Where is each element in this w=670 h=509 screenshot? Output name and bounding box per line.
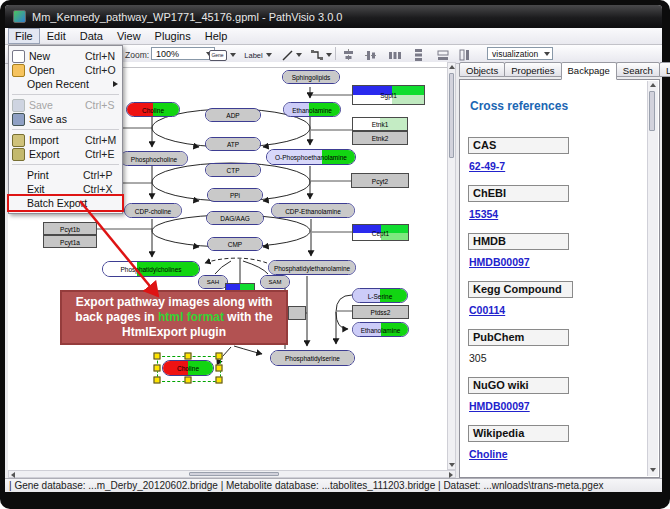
scrollbar-thumb[interactable] — [649, 91, 655, 131]
tab-objects[interactable]: Objects — [459, 62, 505, 77]
file-menu-item-export[interactable]: ExportCtrl+E — [9, 147, 122, 161]
xref-value-cas[interactable]: 62-49-7 — [469, 160, 505, 172]
file-menu-item-open-recent[interactable]: Open Recent — [9, 77, 122, 91]
xref-header-nugo-wiki: NuGO wiki — [468, 377, 569, 394]
sidebar-scrollbar[interactable] — [647, 81, 658, 476]
pathway-node-pcyt2[interactable]: Pcyt2 — [351, 173, 409, 188]
tab-search[interactable]: Search — [616, 62, 660, 77]
zoom-select[interactable]: 100% — [151, 47, 215, 60]
selection-handle[interactable] — [185, 377, 192, 384]
pathway-node-o-phosphoethanolamine[interactable]: O-Phosphoethanolamine — [266, 149, 356, 165]
pathway-node-phosphatidylserine[interactable]: Phosphatidylserine — [270, 350, 355, 366]
tab-properties[interactable]: Properties — [504, 62, 561, 77]
canvas-horizontal-scrollbar[interactable] — [8, 470, 456, 478]
file-menu-item-save-as[interactable]: Save as — [9, 112, 122, 126]
common-height-button[interactable] — [455, 47, 474, 63]
file-menu-item-exit[interactable]: ExitCtrl+X — [9, 182, 122, 196]
pathway-node-cdp-ethanolamine[interactable]: CDP-Ethanolamine — [271, 203, 355, 218]
scroll-up-icon[interactable] — [449, 65, 455, 69]
distribute-horizontal-button[interactable] — [385, 47, 404, 63]
menu-view[interactable]: View — [110, 28, 148, 44]
xref-value-wikipedia[interactable]: Choline — [469, 448, 508, 460]
zoom-label: Zoom: — [125, 50, 149, 60]
tab-backpage[interactable]: Backpage — [561, 62, 617, 80]
menu-item-label: Open — [29, 64, 85, 76]
selection-handle[interactable] — [154, 353, 161, 360]
selection-handle[interactable] — [216, 353, 223, 360]
pathway-node-etnk2[interactable]: Etnk2 — [352, 131, 408, 145]
visualization-select[interactable]: visualization — [487, 47, 553, 60]
menu-help[interactable]: Help — [198, 28, 235, 44]
pathway-node-etnk1[interactable]: Etnk1 — [352, 117, 408, 131]
menu-plugins[interactable]: Plugins — [148, 28, 198, 44]
menu-separator — [12, 164, 119, 165]
tab-legend[interactable]: Legend — [659, 62, 670, 77]
connector-tool-button[interactable] — [307, 47, 335, 63]
xref-value-hmdb[interactable]: HMDB00097 — [469, 256, 530, 268]
file-menu-item-new[interactable]: NewCtrl+N — [9, 49, 122, 63]
pathway-node-ethanolamine[interactable]: Ethanolamine — [352, 322, 409, 337]
pathway-node-sgpl1[interactable]: Sgpl1 — [352, 85, 425, 105]
file-menu-item-open[interactable]: OpenCtrl+O — [9, 63, 122, 77]
chevron-down-icon — [266, 53, 272, 57]
file-menu-item-save[interactable]: SaveCtrl+S — [9, 98, 122, 112]
common-width-button[interactable] — [433, 47, 452, 63]
canvas-vertical-scrollbar[interactable] — [447, 62, 456, 470]
selection-handle[interactable] — [154, 377, 161, 384]
pathway-node-pcyt1a[interactable]: Pcyt1a — [43, 235, 97, 248]
scroll-up-icon[interactable] — [650, 83, 656, 87]
pathway-node-sam[interactable]: SAM — [260, 275, 290, 289]
pathway-node-cdp-choline[interactable]: CDP-choline — [124, 203, 182, 218]
chevron-down-icon — [544, 52, 550, 56]
pathway-node-ptdss2[interactable]: Ptdss2 — [352, 305, 409, 319]
pathway-node-phosphatidylethanolamine[interactable]: Phosphatidylethanolamine — [268, 260, 356, 275]
scrollbar-thumb[interactable] — [189, 472, 279, 476]
pathway-node-l-serine[interactable]: L-Serine — [352, 288, 408, 303]
align-middle-button[interactable] — [361, 47, 380, 63]
label-tool-button[interactable]: Label — [239, 47, 277, 63]
scroll-down-icon[interactable] — [449, 463, 455, 467]
align-center-button[interactable] — [339, 47, 358, 63]
scrollbar-thumb[interactable] — [449, 73, 454, 158]
scroll-down-icon[interactable] — [650, 468, 656, 472]
pathway-node-sah[interactable]: SAH — [198, 275, 228, 289]
file-menu-item-print[interactable]: PrintCtrl+P — [9, 168, 122, 182]
pathway-node-dag-aag[interactable]: DAG/AAG — [206, 211, 264, 225]
xref-header-chebi: ChEBI — [468, 185, 569, 202]
toolbar-separator — [335, 47, 336, 60]
menu-item-label: Batch Export — [27, 197, 83, 209]
selection-handle[interactable] — [216, 365, 223, 372]
menu-file[interactable]: File — [8, 28, 40, 44]
pathway-node-phosphatidylcholines[interactable]: Phosphatidylcholines — [102, 261, 200, 277]
selection-handle[interactable] — [185, 353, 192, 360]
pathway-node-phosphocholine[interactable]: Phosphocholine — [120, 151, 188, 166]
selection-handle[interactable] — [154, 365, 161, 372]
pathway-node-ppi[interactable]: PPi — [207, 188, 263, 202]
pathway-node-pcyt1b[interactable]: Pcyt1b — [43, 222, 97, 235]
line-tool-button[interactable] — [279, 47, 305, 63]
menu-separator — [12, 94, 119, 95]
file-menu-item-import[interactable]: ImportCtrl+M — [9, 133, 122, 147]
datanode-tool-button[interactable]: Gene — [207, 47, 237, 63]
pathway-node-cmp[interactable]: CMP — [207, 237, 263, 251]
distribute-vertical-button[interactable] — [409, 47, 428, 63]
file-menu-item-batch-export[interactable]: Batch Export — [9, 196, 122, 210]
node-label: Ethanolamine — [284, 106, 340, 113]
pathway-node-ethanolamine[interactable]: Ethanolamine — [283, 102, 341, 117]
node-label: Choline — [127, 106, 179, 113]
xref-value-chebi[interactable]: 15354 — [469, 208, 498, 220]
xref-value-kegg-compound[interactable]: C00114 — [469, 304, 505, 316]
selection-handle[interactable] — [216, 377, 223, 384]
pathway-node-ctp[interactable]: CTP — [205, 163, 261, 177]
node-label: CDP-Ethanolamine — [272, 207, 354, 214]
pathway-node-sphingolipids[interactable]: Sphingolipids — [282, 70, 340, 84]
pathway-node-unlabeled[interactable] — [288, 306, 306, 320]
pathway-node-atp[interactable]: ATP — [205, 137, 261, 151]
menu-edit[interactable]: Edit — [40, 28, 73, 44]
align-center-icon — [343, 49, 354, 61]
menu-data[interactable]: Data — [73, 28, 110, 44]
pathway-node-adp[interactable]: ADP — [205, 108, 261, 122]
pathway-node-cept1[interactable]: Cept1 — [352, 224, 409, 241]
xref-value-nugo-wiki[interactable]: HMDB00097 — [469, 400, 530, 412]
pathway-node-choline[interactable]: Choline — [126, 102, 180, 117]
